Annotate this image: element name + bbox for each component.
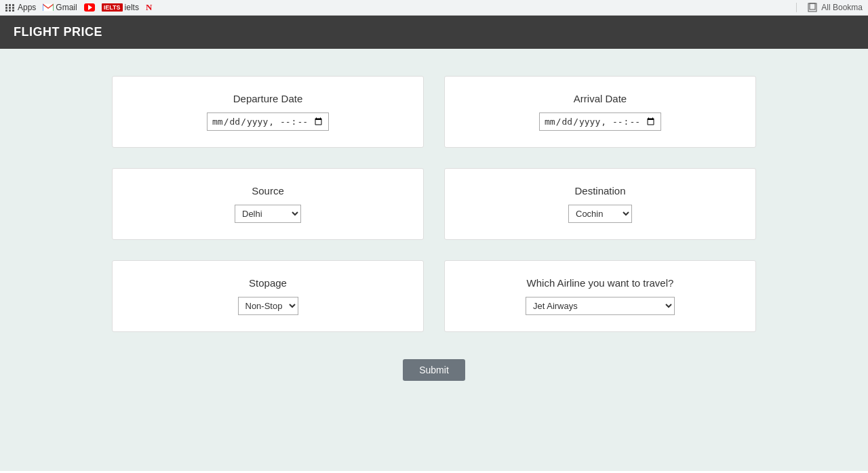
ielts-item[interactable]: IELTS ielts: [102, 3, 139, 12]
netflix-icon: N: [146, 2, 152, 13]
app-header: FLIGHT PRICE: [0, 16, 868, 49]
arrival-date-card: Arrival Date: [444, 76, 756, 148]
destination-select[interactable]: CochinDelhiMumbaiBangaloreChennaiKolkata: [568, 205, 632, 223]
gmail-item[interactable]: Gmail: [43, 3, 77, 12]
main-content: Departure Date Arrival Date Source Delhi…: [0, 49, 868, 471]
browser-bar-left: Apps Gmail IELTS ielts N: [5, 2, 785, 13]
submit-button[interactable]: Submit: [403, 359, 465, 381]
destination-card: Destination CochinDelhiMumbaiBangaloreCh…: [444, 168, 756, 240]
departure-date-card: Departure Date: [112, 76, 424, 148]
youtube-item[interactable]: [84, 3, 95, 12]
netflix-item[interactable]: N: [146, 2, 152, 13]
source-select[interactable]: DelhiMumbaiBangaloreChennaiKolkataHydera…: [235, 205, 301, 223]
arrival-date-label: Arrival Date: [574, 93, 627, 104]
apps-icon: [5, 4, 15, 12]
bookmarks-label: All Bookma: [821, 3, 863, 12]
browser-bar-right: All Bookma: [808, 3, 863, 12]
departure-date-input[interactable]: [207, 112, 329, 131]
apps-label: Apps: [18, 3, 36, 12]
browser-bar: Apps Gmail IELTS ielts N: [0, 0, 868, 16]
airline-label: Which Airline you want to travel?: [527, 277, 674, 289]
gmail-label: Gmail: [56, 3, 77, 12]
apps-menu-item[interactable]: Apps: [5, 3, 36, 12]
toolbar-divider: [796, 3, 797, 12]
svg-rect-0: [43, 3, 54, 12]
source-card: Source DelhiMumbaiBangaloreChennaiKolkat…: [112, 168, 424, 240]
arrival-date-input[interactable]: [539, 112, 661, 131]
destination-label: Destination: [574, 185, 625, 197]
source-label: Source: [252, 185, 284, 197]
airline-card: Which Airline you want to travel? Jet Ai…: [444, 260, 756, 332]
ielts-badge: IELTS: [102, 3, 123, 12]
page-title: FLIGHT PRICE: [14, 25, 102, 39]
departure-date-label: Departure Date: [233, 93, 303, 104]
svg-rect-4: [810, 3, 815, 9]
youtube-icon: [84, 3, 95, 12]
gmail-icon: [43, 3, 54, 12]
form-grid: Departure Date Arrival Date Source Delhi…: [112, 76, 756, 332]
stopage-select[interactable]: Non-Stop1 Stop2 Stops: [238, 297, 298, 315]
submit-row: Submit: [112, 359, 756, 381]
bookmarks-icon: [808, 3, 817, 12]
stopage-label: Stopage: [249, 277, 287, 289]
ielts-label: ielts: [125, 3, 139, 12]
stopage-card: Stopage Non-Stop1 Stop2 Stops: [112, 260, 424, 332]
airline-select[interactable]: Jet AirwaysIndiGoAir IndiaSpiceJetVistar…: [526, 297, 675, 315]
